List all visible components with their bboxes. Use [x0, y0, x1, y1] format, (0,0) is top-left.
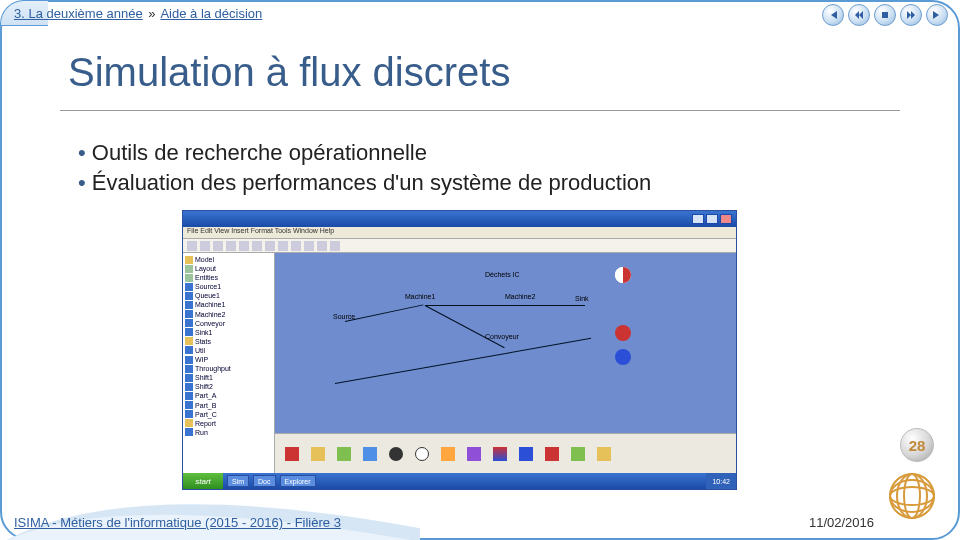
- model-tree: ModelLayoutEntitiesSource1Queue1Machine1…: [183, 253, 275, 473]
- tree-item: Layout: [185, 264, 272, 273]
- slide-title: Simulation à flux discrets: [68, 50, 510, 95]
- tree-item: Util: [185, 346, 272, 355]
- toolbar: [183, 239, 736, 253]
- flow-arc: [425, 305, 505, 348]
- toolbar-icon: [330, 241, 340, 251]
- breadcrumb: 3. La deuxième année » Aide à la décisio…: [14, 6, 262, 21]
- canvas-label: Source: [333, 313, 355, 320]
- minimize-icon: [692, 214, 704, 224]
- svg-rect-0: [882, 12, 888, 18]
- canvas-label: Convoyeur: [485, 333, 519, 340]
- slide-number-badge: 28: [900, 428, 934, 462]
- tree-item: Report: [185, 419, 272, 428]
- status-dot-blue-icon: [615, 349, 631, 365]
- toolbar-icon: [239, 241, 249, 251]
- tree-item: Queue1: [185, 291, 272, 300]
- palette-icon: [337, 447, 351, 461]
- flow-arc: [345, 304, 423, 322]
- toolbar-icon: [213, 241, 223, 251]
- title-underline: [60, 110, 900, 111]
- globe-logo-icon: [886, 470, 938, 522]
- model-canvas: Déchets ICMachine1Machine2ConvoyeurSourc…: [275, 253, 736, 433]
- canvas-label: Machine1: [405, 293, 435, 300]
- palette-icon: [441, 447, 455, 461]
- stop-button[interactable]: [874, 4, 896, 26]
- bullet-item: Évaluation des performances d'un système…: [78, 170, 651, 196]
- tree-item: Conveyor: [185, 319, 272, 328]
- prev-slide-button[interactable]: [848, 4, 870, 26]
- status-dot-half-icon: [615, 267, 631, 283]
- menubar: File Edit View Insert Format Tools Windo…: [183, 227, 736, 239]
- flow-arc: [515, 305, 585, 306]
- palette-icon: [467, 447, 481, 461]
- window-titlebar: [183, 211, 736, 227]
- toolbar-icon: [265, 241, 275, 251]
- next-slide-button[interactable]: [900, 4, 922, 26]
- palette-icon: [285, 447, 299, 461]
- palette-icon: [363, 447, 377, 461]
- tree-item: Part_A: [185, 391, 272, 400]
- tree-item: WIP: [185, 355, 272, 364]
- toolbar-icon: [304, 241, 314, 251]
- first-slide-button[interactable]: [822, 4, 844, 26]
- toolbar-icon: [187, 241, 197, 251]
- system-tray: 10:42: [706, 473, 736, 489]
- taskbar-item: Explorer: [280, 475, 316, 487]
- palette-icon: [545, 447, 559, 461]
- tree-item: Model: [185, 255, 272, 264]
- maximize-icon: [706, 214, 718, 224]
- breadcrumb-section[interactable]: 3. La deuxième année: [14, 6, 143, 21]
- tree-item: Throughput: [185, 364, 272, 373]
- tree-item: Sink1: [185, 328, 272, 337]
- flow-arc: [335, 338, 591, 384]
- canvas-label: Déchets IC: [485, 271, 520, 278]
- object-palette: [275, 433, 736, 473]
- breadcrumb-page[interactable]: Aide à la décision: [160, 6, 262, 21]
- tree-item: Stats: [185, 337, 272, 346]
- palette-icon: [597, 447, 611, 461]
- slide-nav-controls: [822, 4, 948, 26]
- toolbar-icon: [252, 241, 262, 251]
- palette-icon: [493, 447, 507, 461]
- breadcrumb-separator: »: [148, 6, 155, 21]
- palette-icon: [519, 447, 533, 461]
- simulation-software-screenshot: File Edit View Insert Format Tools Windo…: [182, 210, 737, 490]
- toolbar-icon: [317, 241, 327, 251]
- toolbar-icon: [278, 241, 288, 251]
- tree-item: Machine1: [185, 300, 272, 309]
- bullet-item: Outils de recherche opérationnelle: [78, 140, 651, 166]
- windows-taskbar: start Sim Doc Explorer 10:42: [183, 473, 736, 489]
- taskbar-item: Sim: [227, 475, 249, 487]
- tree-item: Machine2: [185, 310, 272, 319]
- tree-item: Part_B: [185, 401, 272, 410]
- palette-icon: [389, 447, 403, 461]
- flow-arc: [425, 305, 515, 306]
- toolbar-icon: [200, 241, 210, 251]
- canvas-label: Sink: [575, 295, 589, 302]
- close-icon: [720, 214, 732, 224]
- tree-item: Run: [185, 428, 272, 437]
- footer-date: 11/02/2016: [809, 515, 874, 530]
- taskbar-item: Doc: [253, 475, 275, 487]
- tree-item: Source1: [185, 282, 272, 291]
- bullet-list: Outils de recherche opérationnelle Évalu…: [78, 140, 651, 200]
- toolbar-icon: [291, 241, 301, 251]
- palette-icon: [311, 447, 325, 461]
- footer-left-link[interactable]: ISIMA - Métiers de l'informatique (2015 …: [14, 515, 341, 530]
- tree-item: Shift2: [185, 382, 272, 391]
- palette-icon: [415, 447, 429, 461]
- canvas-label: Machine2: [505, 293, 535, 300]
- tree-item: Part_C: [185, 410, 272, 419]
- toolbar-icon: [226, 241, 236, 251]
- start-button: start: [183, 473, 223, 489]
- palette-icon: [571, 447, 585, 461]
- last-slide-button[interactable]: [926, 4, 948, 26]
- tree-item: Entities: [185, 273, 272, 282]
- tree-item: Shift1: [185, 373, 272, 382]
- status-dot-red-icon: [615, 325, 631, 341]
